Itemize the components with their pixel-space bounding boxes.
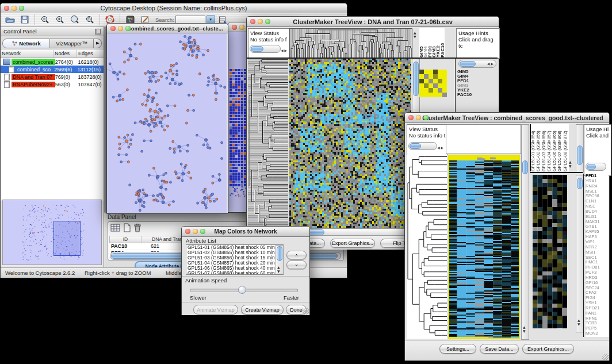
new-attribute-icon[interactable]: [123, 223, 131, 235]
tv2-status-hscrollbar[interactable]: [408, 142, 437, 150]
scrollbar-thumb[interactable]: [522, 160, 528, 174]
network-list-empty-area: [1, 88, 104, 201]
tv2-heatmap[interactable]: [448, 155, 520, 339]
minimize-button[interactable]: [258, 19, 263, 24]
treeview2-titlebar[interactable]: ClusterMaker TreeView : combined_scores_…: [405, 113, 609, 123]
resize-grip[interactable]: [303, 308, 309, 315]
tab-overflow-button[interactable]: ▶: [94, 39, 102, 48]
network-overview-panel[interactable]: [2, 200, 102, 265]
similarity-cell: [424, 70, 429, 74]
minimize-button[interactable]: [239, 25, 244, 30]
treeview1-titlebar[interactable]: ClusterMaker TreeView : DNA and Tran 07-…: [247, 17, 499, 27]
network-row-dna-tran[interactable]: DNA and Tran 07 769(0) 183728(0): [1, 73, 104, 81]
tv2-zoom-vscrollbar[interactable]: ▲▼: [576, 175, 584, 332]
scroll-arrows[interactable]: ▲▼: [523, 325, 526, 333]
scrollbar-thumb[interactable]: [251, 46, 263, 52]
map-colors-dialog: Map Colors to Network Attribute List GPL…: [181, 226, 310, 315]
minimize-button[interactable]: [193, 229, 198, 234]
zoom-button[interactable]: [265, 19, 270, 24]
attribute-listbox[interactable]: GPL51-01 (GSM854) heat shock 05 minGPL51…: [186, 244, 284, 275]
tv1-similarity-matrix[interactable]: [419, 70, 447, 97]
tv2-export-graphics-button[interactable]: Export Graphics...: [522, 344, 574, 354]
move-down-button[interactable]: ∨: [286, 260, 307, 269]
tv2-column-dendrogram-area[interactable]: [446, 124, 521, 154]
similarity-cell: [419, 83, 424, 88]
main-titlebar[interactable]: Cytoscape Desktop (Session Name: collins…: [1, 3, 347, 13]
open-file-button[interactable]: [3, 14, 17, 26]
tv1-status-hscrollbar[interactable]: [250, 45, 281, 53]
search-input[interactable]: [175, 16, 205, 24]
zoom-selected-icon[interactable]: [83, 14, 97, 26]
tv1-view-status-panel: View Status No status info f ◀▶: [248, 28, 292, 59]
close-button[interactable]: [250, 19, 255, 24]
edge-count: 107847(0): [78, 82, 104, 87]
minimize-button[interactable]: [416, 115, 421, 120]
minimize-button[interactable]: [12, 6, 17, 11]
move-up-button[interactable]: ∧: [286, 251, 307, 259]
tv1-row-dendrogram[interactable]: [248, 59, 288, 228]
zoom-button[interactable]: [125, 26, 131, 31]
create-vizmap-button[interactable]: Create Vizmap: [241, 305, 284, 315]
similarity-cell: [424, 74, 429, 79]
scrollbar-thumb[interactable]: [577, 145, 583, 165]
attribute-list-vscrollbar[interactable]: ▲▼: [276, 245, 284, 274]
tv1-column-dendrogram[interactable]: [289, 28, 412, 59]
tv2-labels-vscrollbar[interactable]: [576, 124, 584, 173]
similarity-cell: [433, 70, 438, 74]
tab-vizmapper[interactable]: VizMapper™: [50, 39, 94, 48]
usage-hints-text: Click and: [586, 132, 609, 139]
tv2-usage-scrollbar[interactable]: [586, 163, 606, 171]
tv1-export-graphics-button[interactable]: Export Graphics...: [330, 239, 375, 248]
save-button[interactable]: [18, 14, 32, 26]
delete-attribute-icon[interactable]: [133, 223, 141, 235]
network-row-rnapuber[interactable]: RNAPuberNov2+ 563(0) 107847(0): [1, 81, 104, 88]
close-button[interactable]: [232, 25, 237, 30]
scrollbar-thumb[interactable]: [277, 246, 282, 261]
scrollbar-thumb[interactable]: [460, 61, 476, 67]
animate-vizmap-button[interactable]: Animate Vizmap: [193, 305, 238, 315]
tv1-usage-scrollbar[interactable]: ◀▶: [458, 60, 496, 68]
dialog-titlebar[interactable]: Map Colors to Network: [182, 227, 309, 237]
zoom-button[interactable]: [19, 6, 24, 11]
tv2-zoom-heatmap[interactable]: [533, 175, 567, 328]
tv1-scroll-up-arrow[interactable]: ▲▼: [414, 30, 416, 39]
minimize-button[interactable]: [118, 26, 123, 31]
scrollbar-thumb[interactable]: [413, 62, 419, 96]
tv2-settings-button[interactable]: Settings...: [439, 344, 476, 354]
tv2-row-dendrogram[interactable]: [407, 155, 447, 339]
tv2-main-vscrollbar[interactable]: ▲▼: [521, 124, 529, 340]
gene-label[interactable]: MON2: [586, 331, 609, 336]
network-row-combined-scores[interactable]: combined_scores 2764(0) 16218(0): [1, 58, 104, 66]
zoom-in-icon[interactable]: [53, 14, 67, 26]
tab-network[interactable]: Network: [2, 39, 50, 48]
select-attributes-icon[interactable]: [110, 223, 121, 235]
birdseye-view-canvas[interactable]: [3, 200, 100, 263]
zoom-button[interactable]: [200, 229, 205, 234]
network-row-selected[interactable]: combined_sco 2569(6) 13112(15): [1, 66, 104, 73]
tv2-save-data-button[interactable]: Save Data...: [480, 344, 519, 354]
scrollbar-thumb[interactable]: [577, 178, 583, 189]
scrollbar-thumb[interactable]: [587, 164, 596, 170]
column-network[interactable]: Network: [1, 50, 53, 58]
resize-grip[interactable]: [602, 354, 609, 360]
zoom-out-icon[interactable]: [38, 14, 52, 26]
float-panel-icon[interactable]: [95, 29, 101, 35]
close-button[interactable]: [4, 6, 9, 11]
zoom-button[interactable]: [423, 115, 429, 120]
close-button[interactable]: [185, 229, 190, 234]
zoom-fit-icon[interactable]: [68, 14, 82, 26]
network-canvas[interactable]: [107, 33, 227, 213]
close-button[interactable]: [110, 26, 116, 31]
scroll-arrows[interactable]: ▲▼: [277, 265, 280, 273]
id-column-header[interactable]: ID: [110, 236, 141, 243]
tv1-heatmap[interactable]: [289, 59, 411, 228]
network-view-titlebar[interactable]: combined_scores_good.txt--cluste...: [107, 24, 228, 33]
attribute-list-item[interactable]: GPL51-07 (GSM868) heat shock 60 min: [186, 271, 283, 275]
scroll-arrows[interactable]: ▲▼: [577, 318, 580, 326]
close-button[interactable]: [408, 115, 414, 120]
column-edges[interactable]: Edges: [77, 50, 104, 58]
slider-thumb[interactable]: [238, 286, 246, 294]
tv2-label-scroll-arrows[interactable]: ▲▼: [569, 160, 572, 168]
column-nodes[interactable]: Nodes: [53, 50, 77, 58]
scrollbar-thumb[interactable]: [410, 143, 421, 149]
